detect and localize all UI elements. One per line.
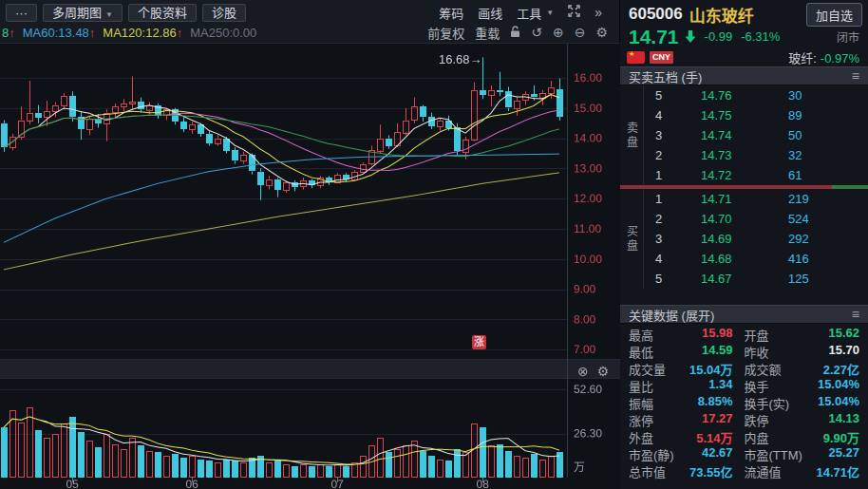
- down-arrow-icon: [685, 30, 696, 46]
- key-data-cell: 开盘15.62: [745, 326, 860, 344]
- key-data-row: 外盘5.14万内盘9.90万: [629, 428, 859, 445]
- tab-stock-info[interactable]: 个股资料: [128, 4, 197, 22]
- buy-orders: 买盘 114.71219214.70524314.69292414.684165…: [620, 189, 868, 289]
- key-data-row: 总市值73.55亿流通值14.71亿: [629, 462, 859, 480]
- key-data-label: 昨收: [745, 343, 769, 361]
- kline-chart-canvas[interactable]: [0, 44, 620, 489]
- sell-side-label: 卖盘: [620, 85, 644, 185]
- key-data-row: 市盈(静)42.67市盈(TTM)25.27: [629, 445, 859, 462]
- tab-multi-period[interactable]: 多周期图▼: [43, 4, 123, 22]
- limit-up-event-badge[interactable]: 涨: [472, 335, 486, 349]
- order-volume: 30: [788, 88, 802, 103]
- up-arrow-icon: ↑: [9, 26, 15, 40]
- order-volume: 32: [788, 148, 802, 162]
- key-data-cell: 最低14.59: [629, 343, 745, 361]
- zoom-in-icon[interactable]: ⊕: [553, 26, 564, 39]
- buy-order-row[interactable]: 114.71219: [644, 189, 868, 209]
- key-data-row: 量比1.34换手15.04%: [629, 377, 859, 394]
- toolbar-row-1: ··· 多周期图▼ 个股资料 诊股 筹码 画线 工具 ▼ »: [0, 0, 619, 22]
- order-level: 2: [655, 148, 701, 162]
- sector-quote[interactable]: 玻纤:-0.97%: [788, 48, 859, 66]
- key-data-cell: 成交量15.04万: [629, 360, 745, 378]
- buy-side-label: 买盘: [620, 189, 644, 289]
- key-data-value: 42.67: [702, 445, 733, 463]
- currency-badge: CNY: [650, 51, 673, 64]
- key-data-value: 73.55亿: [689, 462, 733, 480]
- adjust-mode-button[interactable]: 前复权: [427, 24, 464, 42]
- key-data-label: 外盘: [629, 428, 653, 446]
- key-data-label: 涨停: [629, 411, 653, 429]
- key-data-value: 14.13: [828, 411, 859, 429]
- order-volume: 292: [788, 232, 809, 246]
- lock-icon[interactable]: [510, 26, 520, 40]
- order-price: 14.67: [701, 272, 788, 286]
- key-data-cell: 换手(实)15.04%: [745, 394, 860, 412]
- key-data-label: 市盈(TTM): [745, 445, 802, 463]
- collapse-panel-icon[interactable]: »: [594, 5, 600, 20]
- menu-icon[interactable]: ≡: [852, 307, 859, 322]
- key-data-label: 内盘: [745, 428, 769, 446]
- order-level: 3: [655, 232, 701, 246]
- buy-order-row[interactable]: 214.70524: [644, 209, 868, 229]
- key-data-value: 14.59: [702, 343, 733, 361]
- key-data-label: 流通值: [745, 462, 782, 480]
- close-icon[interactable]: ⊗: [577, 364, 589, 379]
- key-data-value: 9.90万: [823, 428, 859, 446]
- fullscreen-icon[interactable]: [568, 5, 580, 20]
- key-data-label: 跌停: [745, 411, 769, 429]
- key-data-label: 最低: [629, 343, 653, 361]
- key-data-row: 成交量15.04万成交额2.27亿: [629, 360, 859, 377]
- order-price: 14.68: [701, 252, 788, 266]
- sell-order-row[interactable]: 414.7589: [644, 105, 868, 125]
- draw-line-tool-button[interactable]: 画线: [478, 4, 502, 22]
- key-data-header[interactable]: 关键数据 (展开) ≡: [620, 305, 868, 324]
- gear-icon[interactable]: ⚙: [595, 26, 608, 39]
- order-price: 14.72: [701, 168, 788, 182]
- key-data-value: 15.04万: [689, 360, 733, 378]
- up-arrow-icon: ↑: [89, 26, 96, 40]
- gear-icon[interactable]: ⚙: [597, 364, 610, 379]
- order-level: 4: [655, 252, 701, 266]
- key-data-value: 2.27亿: [823, 360, 859, 378]
- key-data-cell: 流通值14.71亿: [745, 462, 860, 480]
- key-data-row: 最高15.98开盘15.62: [629, 326, 859, 343]
- order-level: 1: [655, 168, 701, 182]
- sell-order-row[interactable]: 514.7630: [644, 85, 868, 105]
- current-price: 14.71: [629, 26, 679, 48]
- sell-order-row[interactable]: 314.7450: [644, 125, 868, 145]
- chips-tool-button[interactable]: 筹码: [439, 4, 463, 22]
- cn-flag-icon: [627, 51, 645, 64]
- tools-menu-button[interactable]: 工具: [517, 4, 541, 22]
- key-data-row: 振幅8.85%换手(实)15.04%: [629, 394, 859, 411]
- order-volume: 416: [788, 252, 809, 266]
- order-volume: 219: [788, 192, 809, 206]
- order-volume: 50: [788, 128, 802, 142]
- price-change-percent: -6.31%: [741, 29, 780, 44]
- key-data-label: 市盈(静): [629, 445, 674, 463]
- tab-diagnose[interactable]: 诊股: [202, 4, 246, 22]
- add-to-watchlist-button[interactable]: 加自选: [806, 3, 862, 27]
- key-data-label: 最高: [629, 326, 653, 344]
- key-data-cell: 总市值73.55亿: [629, 462, 745, 480]
- up-arrow-icon: ↑: [177, 26, 183, 40]
- ma250-legend: MA250:0.00: [190, 26, 256, 40]
- undo-icon[interactable]: ↺: [531, 26, 542, 39]
- key-data-value: 8.85%: [698, 394, 733, 412]
- key-data-value: 1.34: [708, 377, 732, 395]
- sell-order-row[interactable]: 114.7261: [644, 165, 868, 185]
- key-data-value: 15.04%: [818, 377, 859, 395]
- reload-button[interactable]: 重载: [475, 24, 500, 42]
- more-tabs-button[interactable]: ···: [6, 4, 37, 22]
- key-data-grid: 最高15.98开盘15.62最低14.59昨收15.70成交量15.04万成交额…: [620, 324, 868, 480]
- buy-order-row[interactable]: 314.69292: [644, 229, 868, 249]
- zoom-out-icon[interactable]: ⊖: [575, 26, 586, 39]
- sell-order-row[interactable]: 214.7332: [644, 145, 868, 165]
- key-data-cell: 量比1.34: [629, 377, 745, 395]
- menu-icon[interactable]: ≡: [852, 68, 859, 84]
- order-level: 5: [655, 272, 701, 286]
- buy-order-row[interactable]: 514.67125: [644, 269, 868, 289]
- buy-order-row[interactable]: 414.68416: [644, 249, 868, 269]
- key-data-cell: 跌停14.13: [745, 411, 860, 429]
- key-data-cell: 涨停17.27: [629, 411, 745, 429]
- order-level: 3: [655, 128, 701, 142]
